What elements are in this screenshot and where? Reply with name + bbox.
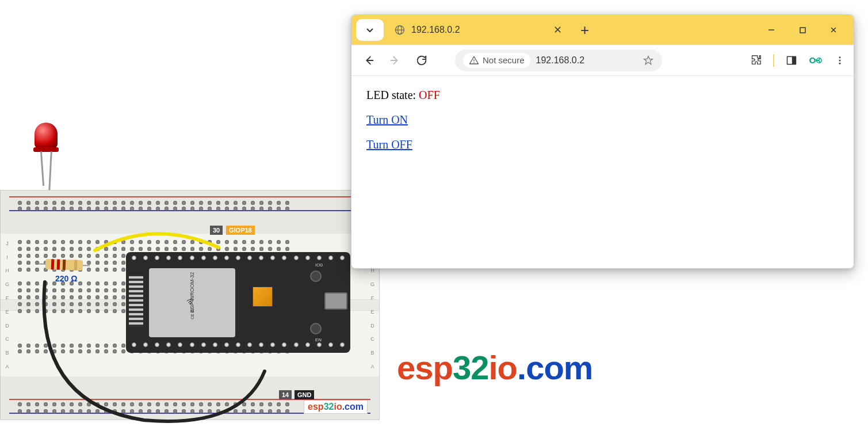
security-chip[interactable]: Not secure bbox=[463, 53, 530, 68]
resistor-label: 220 Ω bbox=[55, 274, 77, 283]
arduino-extension-icon[interactable] bbox=[809, 54, 823, 67]
breadboard-watermark: esp32io.com bbox=[304, 400, 368, 414]
maximize-button[interactable] bbox=[787, 16, 818, 44]
svg-point-11 bbox=[839, 56, 841, 58]
svg-point-6 bbox=[473, 62, 475, 63]
esp32-board: for(let i=0;i<19;i++)document.write('<di… bbox=[126, 252, 350, 353]
menu-button[interactable] bbox=[833, 54, 847, 67]
puzzle-icon bbox=[750, 54, 762, 67]
tab-title: 192.168.0.2 bbox=[411, 25, 545, 35]
webpage-content: LED state: OFF Turn ON Turn OFF bbox=[351, 76, 854, 176]
svg-rect-8 bbox=[792, 56, 796, 64]
url-text: 192.168.0.2 bbox=[536, 55, 637, 66]
side-panel-button[interactable] bbox=[785, 54, 798, 67]
io0-label: IO0 bbox=[315, 262, 323, 268]
globe-icon bbox=[394, 24, 406, 36]
address-bar: Not secure 192.168.0.2 bbox=[351, 45, 854, 76]
resistor-220ohm bbox=[45, 259, 83, 270]
led-state-value: OFF bbox=[419, 89, 440, 101]
warning-icon bbox=[469, 55, 479, 66]
kebab-icon bbox=[835, 55, 845, 66]
usb-port-icon bbox=[324, 292, 347, 310]
svg-point-12 bbox=[839, 59, 841, 61]
tab-bar: 192.168.0.2 ✕ + bbox=[351, 15, 854, 45]
turn-on-link[interactable]: Turn ON bbox=[366, 113, 408, 126]
svg-point-13 bbox=[839, 62, 841, 64]
sidepanel-icon bbox=[786, 55, 797, 66]
io0-button bbox=[310, 270, 322, 282]
bookmark-star-icon[interactable] bbox=[643, 55, 654, 66]
minimize-icon bbox=[767, 26, 775, 34]
en-button bbox=[310, 323, 322, 334]
toolbar-divider bbox=[773, 54, 774, 67]
svg-rect-4 bbox=[800, 28, 805, 33]
reload-icon bbox=[415, 54, 428, 67]
reload-button[interactable] bbox=[411, 50, 432, 71]
arrow-right-icon bbox=[389, 54, 402, 67]
chevron-down-icon bbox=[365, 25, 374, 35]
forward-button[interactable] bbox=[385, 50, 406, 71]
omnibox[interactable]: Not secure 192.168.0.2 bbox=[455, 49, 662, 71]
gnd-label: GND bbox=[295, 390, 314, 399]
breadboard: document.write((function(){let s='';cons… bbox=[0, 190, 380, 420]
en-label: EN bbox=[315, 337, 322, 342]
red-led bbox=[35, 123, 63, 174]
pin-14-label: 14 bbox=[279, 390, 292, 399]
pin-30-label: 30 bbox=[210, 226, 223, 235]
maximize-icon bbox=[799, 26, 806, 34]
back-button[interactable] bbox=[358, 50, 379, 71]
led-state-text: LED state: OFF bbox=[366, 89, 839, 102]
browser-window: 192.168.0.2 ✕ + Not secure 192.168.0.2 bbox=[351, 14, 854, 269]
tab-search-button[interactable] bbox=[356, 19, 384, 41]
turn-off-link[interactable]: Turn OFF bbox=[366, 138, 412, 151]
extensions-button[interactable] bbox=[749, 54, 763, 67]
esp32-shield: ESP-WROOM-32 ᯤ CE ㋏ bbox=[149, 268, 235, 337]
esp32-chip-icon bbox=[253, 287, 273, 307]
arrow-left-icon bbox=[362, 54, 375, 67]
close-icon bbox=[829, 26, 838, 34]
close-window-button[interactable] bbox=[818, 16, 849, 44]
breadboard-circuit: document.write((function(){let s='';cons… bbox=[0, 109, 380, 437]
new-tab-button[interactable]: + bbox=[575, 21, 595, 39]
minimize-button[interactable] bbox=[756, 16, 787, 44]
tab-close-button[interactable]: ✕ bbox=[551, 24, 564, 36]
infinity-icon bbox=[809, 55, 823, 66]
browser-tab[interactable]: 192.168.0.2 ✕ bbox=[387, 19, 571, 41]
giop18-label: GIOP18 bbox=[226, 226, 255, 235]
site-logo: esp32io.com bbox=[397, 348, 592, 387]
